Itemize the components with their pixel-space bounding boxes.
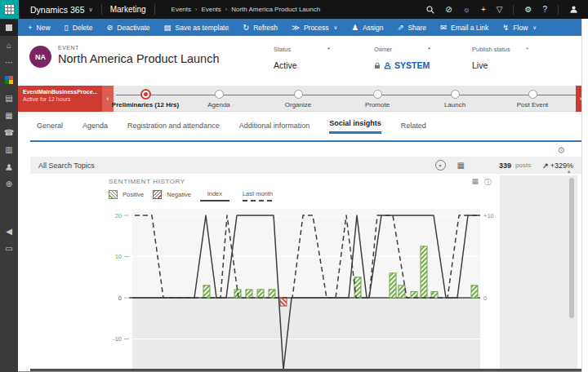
refresh-button[interactable]: ↻Refresh xyxy=(243,24,278,32)
horizontal-scrollbar[interactable] xyxy=(30,369,583,371)
app-launcher-button[interactable]: Dynamics 365 ∨ xyxy=(30,5,93,15)
tab-registration-and-attendance[interactable]: Registration and attendance xyxy=(127,122,220,134)
stage-marker-organize[interactable] xyxy=(294,90,303,99)
article-icon[interactable]: ▤ xyxy=(5,95,12,103)
cmd-label: Flow xyxy=(513,24,528,32)
breadcrumb-separator-icon: › xyxy=(195,7,197,12)
deactivate-button[interactable]: ⊘Deactivate xyxy=(106,24,149,32)
stage-marker-launch[interactable] xyxy=(451,90,460,99)
lightbulb-icon[interactable]: ☼ xyxy=(463,6,470,14)
home-icon[interactable]: ⌂ xyxy=(7,42,11,50)
cmd-label: New xyxy=(37,24,51,32)
posts-unit: posts xyxy=(515,162,531,169)
help-icon[interactable]: ? xyxy=(542,6,547,14)
search-icon[interactable] xyxy=(426,6,434,14)
legend-label-positive: Positive xyxy=(122,191,144,198)
topic-label: All Search Topics xyxy=(38,162,95,170)
vertical-scrollbar[interactable] xyxy=(569,178,574,318)
panel-settings-gear-icon[interactable]: ⚙ xyxy=(557,145,565,156)
owner-label: Owner xyxy=(374,46,392,53)
solid-line-sample-icon xyxy=(200,200,229,202)
chevron-down-icon: ∨ xyxy=(334,24,338,31)
share-icon: ⇗ xyxy=(397,24,403,32)
tab-agenda[interactable]: Agenda xyxy=(82,122,108,134)
status-label: Status xyxy=(274,46,291,53)
person-icon[interactable] xyxy=(5,163,13,171)
user-profile-icon[interactable] xyxy=(569,5,578,14)
quick-create-icon[interactable]: + xyxy=(481,6,486,14)
stage-marker-preliminaries[interactable] xyxy=(140,89,151,100)
stage-marker-post-event[interactable] xyxy=(528,90,537,99)
waffle-grid-icon xyxy=(5,5,14,14)
owner-field: Owner* SYSTEM xyxy=(374,46,472,70)
chart-info-icon[interactable]: ⓘ xyxy=(484,177,492,188)
topic-filter-icon[interactable]: ▾ xyxy=(435,160,446,170)
search-topic-bar[interactable]: All Search Topics ▾ ▦ 339 posts ↗ +329% xyxy=(30,157,581,174)
breadcrumb-item-record[interactable]: North America Product Launch xyxy=(231,6,320,13)
status-field: Status* Active xyxy=(274,46,372,70)
publish-status-value[interactable]: Live xyxy=(472,60,488,70)
caret-down-icon: ▾ xyxy=(439,163,442,168)
dashed-line-sample-icon xyxy=(243,200,272,202)
more-ellipsis-icon[interactable]: ⋯ xyxy=(5,59,13,67)
stage-marker-agenda[interactable] xyxy=(215,90,224,99)
publish-status-field: Publish status* Live xyxy=(472,46,570,70)
page-edge xyxy=(581,19,588,372)
chart-title: SENTIMENT HISTORY xyxy=(109,178,185,185)
sitemap-button[interactable] xyxy=(0,19,18,36)
phone-icon[interactable]: ☎ xyxy=(4,129,14,137)
negative-swatch-icon xyxy=(153,190,162,199)
delete-button[interactable]: ▯Delete xyxy=(65,24,93,32)
cmd-label: Process xyxy=(304,24,329,32)
tab-general[interactable]: General xyxy=(37,122,63,134)
email-link-button[interactable]: ✉Email a Link xyxy=(440,24,488,32)
sentiment-chart: 20100-10+100 xyxy=(102,207,500,369)
tab-additional-information[interactable]: Additional information xyxy=(239,122,310,134)
top-nav: Dynamics 365 ∨ Marketing Events › Events… xyxy=(0,0,588,19)
stage-marker-promote[interactable] xyxy=(373,90,382,99)
settings-gear-icon[interactable]: ⚙ xyxy=(524,6,532,14)
save-as-template-button[interactable]: ▤Save as template xyxy=(164,24,229,32)
contact-card-icon[interactable]: ▥ xyxy=(5,146,12,154)
required-asterisk: * xyxy=(428,46,430,53)
legend-label-negative: Negative xyxy=(167,191,191,198)
waffle-icon[interactable] xyxy=(0,0,19,19)
business-process-flow: EventMainBusinessProce... Active for 12 … xyxy=(18,86,588,112)
stage-name: Preliminaries xyxy=(112,101,153,108)
trash-icon: ▯ xyxy=(65,24,69,32)
topic-table-icon[interactable]: ▦ xyxy=(457,161,465,170)
globe-icon[interactable]: ⊕ xyxy=(6,180,12,188)
filter-icon[interactable]: ▽ xyxy=(497,6,503,14)
share-button[interactable]: ⇗Share xyxy=(397,24,426,32)
breadcrumb-separator-icon: › xyxy=(225,7,227,12)
deactivate-icon: ⊘ xyxy=(106,24,113,32)
flow-icon: ↯ xyxy=(502,24,509,32)
process-button[interactable]: ≫Process∨ xyxy=(292,24,337,32)
cmd-label: Save as template xyxy=(176,24,229,32)
tab-social-insights[interactable]: Social insights xyxy=(329,119,381,134)
chart-table-icon[interactable]: ▦ xyxy=(471,177,479,188)
flow-button[interactable]: ↯Flow∨ xyxy=(502,24,537,32)
plus-icon: + xyxy=(28,24,33,32)
dynamics-mosaic-icon[interactable] xyxy=(5,76,13,86)
breadcrumb-item-events-2[interactable]: Events xyxy=(201,6,220,13)
recent-items-icon[interactable]: ⊘ xyxy=(445,6,452,14)
calendar-icon[interactable]: ▦ xyxy=(5,112,12,120)
breadcrumb-item-events[interactable]: Events xyxy=(172,6,191,13)
bpf-process-name: EventMainBusinessProce... xyxy=(23,89,97,95)
card-icon[interactable]: ▭ xyxy=(5,245,12,253)
app-name-button[interactable]: Marketing xyxy=(110,5,146,14)
entity-type-label: EVENT xyxy=(58,45,79,51)
tab-related[interactable]: Related xyxy=(401,122,426,134)
assign-button[interactable]: ♟Assign xyxy=(351,24,383,32)
status-value[interactable]: Active xyxy=(274,60,297,70)
bpf-process-box[interactable]: EventMainBusinessProce... Active for 12 … xyxy=(18,86,102,112)
scroll-up-icon[interactable]: ▴ xyxy=(568,168,571,175)
collapse-arrow-icon[interactable]: ◀ xyxy=(6,228,12,236)
new-button[interactable]: +New xyxy=(28,24,51,32)
owner-value-link[interactable]: SYSTEM xyxy=(394,60,430,70)
chart-legend: Positive Negative Index Last month xyxy=(109,190,273,202)
stage-label-post-event[interactable]: Post Event xyxy=(479,101,586,108)
template-icon: ▤ xyxy=(164,24,172,32)
nav-sidebar: ⌂ ⋯ ▤ ▦ ☎ ▥ ⊕ ◀ ▭ xyxy=(0,19,18,372)
